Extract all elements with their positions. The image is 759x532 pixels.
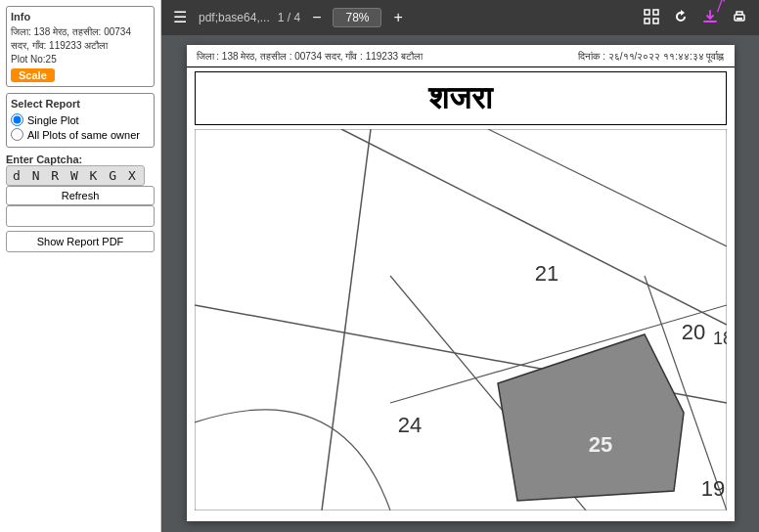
- page-indicator: 1 / 4: [278, 11, 300, 24]
- info-box: Info जिला: 138 मेरठ, तहसील: 00734 सदर, ग…: [6, 6, 155, 87]
- plot-label-19: 19: [700, 476, 724, 501]
- info-title: Info: [11, 11, 150, 22]
- pdf-toolbar: ☰ pdf;base64,... 1 / 4 − 78% + ↑: [161, 0, 759, 35]
- select-report-title: Select Report: [11, 98, 150, 110]
- zoom-in-button[interactable]: +: [389, 8, 406, 27]
- menu-button[interactable]: ☰: [169, 8, 191, 27]
- captcha-text: d N R W K G X: [6, 165, 145, 186]
- info-text: जिला: 138 मेरठ, तहसील: 00734 सदर, गाँव: …: [11, 25, 150, 66]
- captcha-input[interactable]: [6, 205, 155, 227]
- print-button[interactable]: [728, 7, 751, 29]
- plot-label-25: 25: [588, 432, 611, 457]
- page-current: 1: [278, 11, 285, 24]
- captcha-label: Enter Captcha:: [6, 154, 155, 165]
- pdf-title-label: pdf;base64,...: [199, 11, 270, 24]
- refresh-button[interactable]: Refresh: [6, 186, 155, 205]
- pdf-viewer: ☰ pdf;base64,... 1 / 4 − 78% + ↑: [161, 0, 759, 532]
- plot-label-20: 20: [681, 320, 704, 344]
- plot-label-21: 21: [534, 261, 558, 286]
- radio-all-plots-label[interactable]: All Plots of same owner: [11, 128, 150, 141]
- svg-rect-1: [653, 10, 658, 15]
- captcha-section: Enter Captcha: d N R W K G X Refresh Sho…: [6, 154, 155, 252]
- zoom-level: 78%: [333, 8, 381, 27]
- fit-page-button[interactable]: [640, 7, 663, 29]
- rotate-button[interactable]: [669, 7, 692, 29]
- radio-single-plot-text: Single Plot: [27, 114, 79, 126]
- pdf-header-date: दिनांक : २६/११/२०२२ ११:४४:३४ पूर्वाह्न: [578, 51, 724, 63]
- info-plot: Plot No:25: [11, 54, 57, 65]
- svg-rect-2: [645, 19, 649, 23]
- plot-label-24: 24: [397, 413, 421, 437]
- toolbar-right-buttons: ↑: [640, 7, 751, 29]
- plot-label-18: 18: [712, 329, 726, 348]
- svg-rect-0: [645, 10, 649, 15]
- radio-single-plot-label[interactable]: Single Plot: [11, 113, 150, 126]
- sidebar: Info जिला: 138 मेरठ, तहसील: 00734 सदर, ग…: [0, 0, 161, 532]
- pdf-map-title: शजरा: [428, 80, 492, 115]
- pdf-map-area: 21 20 18 24 25 19: [187, 129, 735, 521]
- radio-single-plot[interactable]: [11, 113, 23, 126]
- map-svg: 21 20 18 24 25 19: [195, 129, 727, 510]
- radio-all-plots-text: All Plots of same owner: [27, 129, 140, 141]
- pdf-page: जिला : 138 मेरठ, तहसील : 00734 सदर, गाँव…: [187, 45, 735, 521]
- zoom-out-button[interactable]: −: [308, 8, 325, 27]
- svg-rect-5: [737, 18, 742, 20]
- pdf-page-header: जिला : 138 मेरठ, तहसील : 00734 सदर, गाँव…: [187, 45, 735, 67]
- pdf-content: जिला : 138 मेरठ, तहसील : 00734 सदर, गाँव…: [161, 35, 759, 532]
- pdf-title-section: शजरा: [195, 71, 727, 125]
- radio-all-plots[interactable]: [11, 128, 23, 141]
- svg-rect-3: [653, 19, 658, 23]
- scale-badge: Scale: [11, 68, 55, 82]
- download-button[interactable]: [698, 7, 722, 29]
- info-village: सदर, गाँव: 119233 अटौला: [11, 40, 108, 51]
- page-total: 4: [293, 11, 300, 24]
- select-report-box: Select Report Single Plot All Plots of s…: [6, 93, 155, 148]
- pdf-header-district: जिला : 138 मेरठ, तहसील : 00734 सदर, गाँव…: [197, 51, 423, 63]
- show-report-button[interactable]: Show Report PDF: [6, 231, 155, 252]
- info-district: जिला: 138 मेरठ, तहसील: 00734: [11, 26, 131, 37]
